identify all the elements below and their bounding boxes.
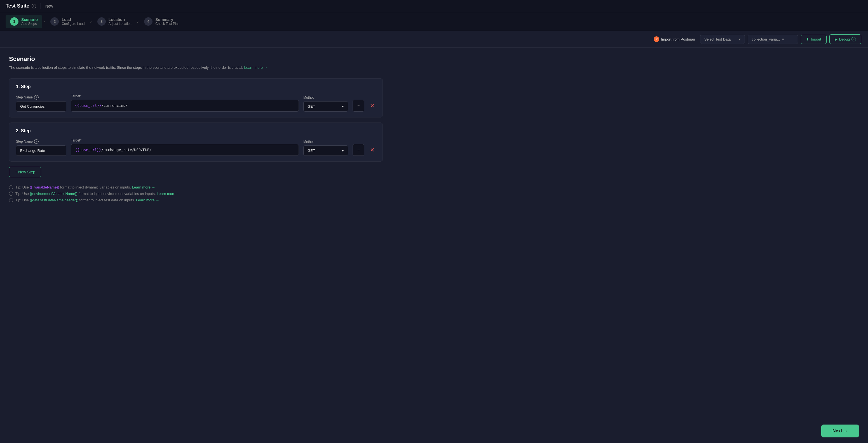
nav-step-3[interactable]: 3 Location Adjust Location bbox=[93, 15, 136, 28]
step-arrow-2: › bbox=[89, 19, 93, 24]
step-2-target-input[interactable]: {{base_url}}/exchange_rate/USD/EUR/ bbox=[71, 144, 299, 156]
app-title: Test Suite i bbox=[6, 3, 36, 9]
tip-1-learn-more[interactable]: Learn more → bbox=[132, 185, 155, 189]
step-1-title: 1. Step bbox=[16, 84, 376, 89]
step-1-method-value: GET bbox=[308, 104, 315, 108]
step-1-method-label: Method bbox=[303, 96, 348, 100]
topbar-new-label: New bbox=[45, 4, 53, 8]
collection-chevron: ▾ bbox=[782, 37, 784, 41]
step-2-name-label: Step Name i bbox=[16, 139, 66, 144]
step-4-sub-label: Check Test Plan bbox=[155, 22, 180, 26]
tip-1-icon: i bbox=[9, 185, 13, 189]
tips-section: i Tip: Use {{_variableName}} format to i… bbox=[9, 185, 383, 202]
step-2-form-row: Step Name i Target* {{base_url}}/exchang… bbox=[16, 138, 376, 156]
step-1-name-group: Step Name i bbox=[16, 95, 66, 112]
step-2-main-label: Load bbox=[62, 17, 85, 22]
steps-navigation: 1 Scenario Add Steps › 2 Load Configure … bbox=[0, 12, 868, 31]
step-1-name-info-icon[interactable]: i bbox=[34, 95, 39, 100]
tip-1: i Tip: Use {{_variableName}} format to i… bbox=[9, 185, 383, 189]
select-test-data-label: Select Test Data bbox=[704, 37, 731, 41]
tip-3-learn-more[interactable]: Learn more → bbox=[136, 198, 159, 202]
tip-2-icon: i bbox=[9, 192, 13, 196]
step-1-delete-button[interactable]: ✕ bbox=[369, 100, 376, 112]
step-arrow-1: › bbox=[42, 19, 46, 24]
step-2-method-group: Method GET ▾ bbox=[303, 140, 348, 156]
tip-1-var: {{_variableName}} bbox=[30, 185, 59, 189]
step-2-delete-button[interactable]: ✕ bbox=[369, 144, 376, 156]
tip-1-text: Tip: Use {{_variableName}} format to inj… bbox=[16, 185, 155, 189]
nav-step-1[interactable]: 1 Scenario Add Steps bbox=[6, 15, 42, 28]
step-1-name-input[interactable] bbox=[16, 101, 66, 112]
tip-2-text: Tip: Use {{environmentVariableName}} for… bbox=[16, 192, 180, 196]
topbar-divider bbox=[40, 3, 41, 9]
step-1-target-input[interactable]: {{base_url}}/currencies/ bbox=[71, 100, 299, 112]
step-2-method-value: GET bbox=[308, 149, 315, 153]
step-2-form: 2. Step Step Name i Target* {{base_url}}… bbox=[9, 123, 383, 162]
step-2-name-input[interactable] bbox=[16, 146, 66, 156]
step-2-method-select[interactable]: GET ▾ bbox=[303, 146, 348, 156]
postman-label: Import from Postman bbox=[661, 37, 695, 41]
collection-variable-dropdown[interactable]: collection_varia... ▾ bbox=[748, 35, 798, 44]
title-text: Test Suite bbox=[6, 3, 29, 9]
scenario-learn-more-link[interactable]: Learn more → bbox=[244, 65, 268, 70]
step-3-number: 3 bbox=[97, 17, 106, 26]
title-info-icon[interactable]: i bbox=[32, 4, 36, 8]
step-1-url-var: {{base_url}} bbox=[75, 103, 101, 108]
collection-variable-label: collection_varia... bbox=[752, 37, 780, 41]
main-content: Scenario The scenario is a collection of… bbox=[0, 48, 392, 212]
step-1-form: 1. Step Step Name i Target* {{base_url}}… bbox=[9, 78, 383, 118]
step-2-method-label: Method bbox=[303, 140, 348, 144]
tip-3: i Tip: Use {{data.testDataName.header}} … bbox=[9, 198, 383, 202]
topbar: Test Suite i New bbox=[0, 0, 868, 12]
step-3-main-label: Location bbox=[108, 17, 131, 22]
select-test-data-dropdown[interactable]: Select Test Data ▾ bbox=[700, 35, 745, 44]
step-1-name-label: Step Name i bbox=[16, 95, 66, 100]
step-4-labels: Summary Check Test Plan bbox=[155, 17, 180, 26]
step-1-number: 1 bbox=[10, 17, 19, 26]
select-test-data-chevron: ▾ bbox=[739, 37, 741, 41]
next-button[interactable]: Next → bbox=[821, 424, 859, 437]
tip-2: i Tip: Use {{environmentVariableName}} f… bbox=[9, 192, 383, 196]
step-1-sub-label: Add Steps bbox=[21, 22, 38, 26]
step-1-method-select[interactable]: GET ▾ bbox=[303, 101, 348, 112]
step-2-url-suffix: /exchange_rate/USD/EUR/ bbox=[101, 148, 152, 152]
step-arrow-3: › bbox=[136, 19, 140, 24]
step-1-main-label: Scenario bbox=[21, 17, 38, 22]
step-1-more-button[interactable]: ··· bbox=[352, 100, 364, 112]
step-2-more-button[interactable]: ··· bbox=[352, 144, 364, 156]
new-step-label: + New Step bbox=[15, 170, 35, 174]
step-2-name-group: Step Name i bbox=[16, 139, 66, 156]
step-2-method-chevron: ▾ bbox=[342, 149, 344, 153]
tip-2-learn-more[interactable]: Learn more → bbox=[157, 192, 180, 196]
step-1-method-chevron: ▾ bbox=[342, 104, 344, 108]
import-icon: ⬇ bbox=[806, 37, 809, 41]
import-from-postman-button[interactable]: P Import from Postman bbox=[654, 36, 695, 42]
next-label: Next → bbox=[833, 429, 848, 434]
step-4-number: 4 bbox=[144, 17, 153, 26]
step-1-target-group: Target* {{base_url}}/currencies/ bbox=[71, 94, 299, 112]
step-1-target-label: Target* bbox=[71, 94, 299, 98]
step-2-target-group: Target* {{base_url}}/exchange_rate/USD/E… bbox=[71, 138, 299, 156]
step-4-main-label: Summary bbox=[155, 17, 180, 22]
debug-label: Debug bbox=[839, 37, 850, 41]
scenario-title: Scenario bbox=[9, 55, 383, 63]
step-1-labels: Scenario Add Steps bbox=[21, 17, 38, 26]
nav-step-2[interactable]: 2 Load Configure Load bbox=[46, 15, 89, 28]
step-1-form-row: Step Name i Target* {{base_url}}/currenc… bbox=[16, 94, 376, 112]
debug-button[interactable]: ▶ Debug i bbox=[829, 34, 861, 44]
step-3-labels: Location Adjust Location bbox=[108, 17, 131, 26]
scenario-desc-text: The scenario is a collection of steps to… bbox=[9, 65, 243, 70]
step-2-title: 2. Step bbox=[16, 128, 376, 133]
step-3-sub-label: Adjust Location bbox=[108, 22, 131, 26]
step-1-method-group: Method GET ▾ bbox=[303, 96, 348, 112]
nav-step-4[interactable]: 4 Summary Check Test Plan bbox=[140, 15, 184, 28]
import-button[interactable]: ⬇ Import bbox=[801, 35, 827, 44]
new-step-button[interactable]: + New Step bbox=[9, 167, 41, 177]
step-2-number: 2 bbox=[50, 17, 59, 26]
debug-play-icon: ▶ bbox=[835, 37, 837, 41]
tip-3-var: {{data.testDataName.header}} bbox=[30, 198, 79, 202]
step-2-name-info-icon[interactable]: i bbox=[34, 139, 39, 144]
debug-info-icon[interactable]: i bbox=[851, 37, 856, 41]
tip-2-var: {{environmentVariableName}} bbox=[30, 192, 78, 196]
import-label: Import bbox=[811, 37, 821, 41]
